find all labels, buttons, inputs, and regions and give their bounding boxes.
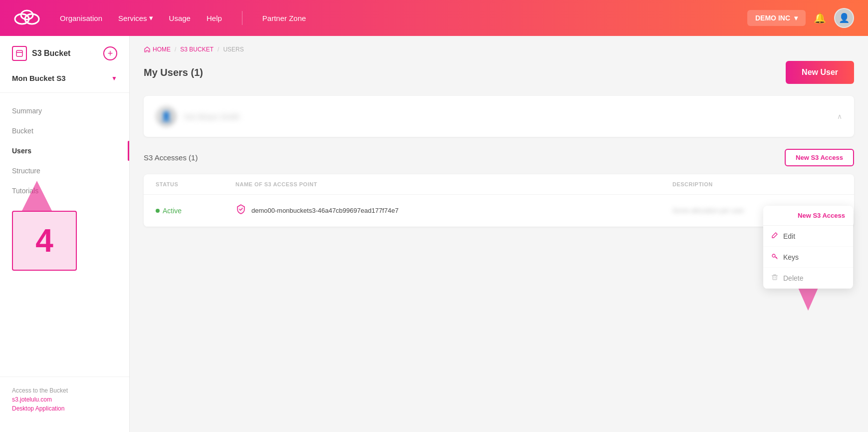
trash-icon	[771, 274, 778, 282]
key-icon	[771, 253, 778, 261]
bucket-name: Mon Bucket S3	[12, 74, 66, 82]
user-card[interactable]: 👤 Von Braun Smith ∧	[144, 96, 854, 137]
tutorial-annotation-4: 4	[12, 211, 117, 271]
breadcrumb-current: USERS	[223, 46, 243, 53]
sidebar-item-tutorials[interactable]: Tutorials	[0, 181, 129, 201]
org-dropdown-icon: ▾	[794, 14, 798, 22]
topnav-right: DEMO INC ▾ 🔔 👤	[747, 8, 854, 28]
bucket-shield-icon	[235, 204, 246, 217]
access-name: demo00-monbuckets3-46a47cb99697ead177f74…	[251, 207, 399, 214]
s3-section-title: S3 Accesses (1)	[144, 153, 198, 162]
svg-rect-6	[773, 276, 777, 280]
breadcrumb-sep-2: /	[217, 46, 219, 53]
sidebar-service-header: S3 Bucket +	[0, 46, 129, 69]
annotation-number-4: 4	[35, 222, 53, 259]
nav-divider	[242, 11, 242, 25]
sidebar-footer: Access to the Bucket s3.jotelulu.com Des…	[0, 377, 129, 422]
new-user-button[interactable]: New User	[786, 61, 854, 84]
sidebar-item-structure[interactable]: Structure	[0, 161, 129, 181]
sidebar-item-users[interactable]: Users	[0, 141, 129, 161]
sidebar: S3 Bucket + Mon Bucket S3 ▼ Summary Buck…	[0, 36, 130, 432]
keys-label: Keys	[783, 253, 799, 261]
layout: S3 Bucket + Mon Bucket S3 ▼ Summary Buck…	[0, 36, 868, 432]
bell-button[interactable]: 🔔	[814, 12, 826, 24]
context-menu-keys[interactable]: Keys	[763, 247, 853, 268]
table-header: STATUS NAME OF S3 ACCESS POINT DESCRIPTI…	[144, 174, 854, 195]
nav-links: Organisation Services ▾ Usage Help Partn…	[60, 11, 747, 25]
avatar[interactable]: 👤	[834, 8, 854, 28]
annotation-box-4: 4	[12, 211, 77, 271]
breadcrumb: HOME / S3 BUCKET / USERS	[144, 46, 854, 53]
delete-label: Delete	[783, 274, 803, 282]
edit-icon	[771, 232, 778, 240]
user-card-chevron-icon: ∧	[837, 112, 842, 120]
org-selector[interactable]: DEMO INC ▾	[747, 10, 806, 26]
footer-link-s3[interactable]: s3.jotelulu.com	[12, 396, 117, 403]
context-menu-wrapper: 5 New S3 Access Edit	[768, 226, 848, 286]
page-title: My Users (1)	[144, 67, 203, 78]
breadcrumb-sep-1: /	[175, 46, 176, 53]
status-label: Active	[163, 207, 182, 215]
sidebar-item-summary[interactable]: Summary	[0, 101, 129, 121]
bucket-chevron-icon: ▼	[111, 75, 117, 82]
s3-header: S3 Accesses (1) New S3 Access	[144, 149, 854, 166]
nav-partner-zone[interactable]: Partner Zone	[262, 14, 306, 22]
arrow-up-icon	[22, 181, 52, 211]
user-name: Von Braun Smith	[184, 112, 240, 121]
access-name-cell: demo00-monbuckets3-46a47cb99697ead177f74…	[235, 204, 672, 217]
sidebar-nav: Summary Bucket Users Structure Tutorials	[0, 101, 129, 201]
s3-table: STATUS NAME OF S3 ACCESS POINT DESCRIPTI…	[144, 174, 854, 227]
header-actions	[802, 181, 842, 187]
status-cell: Active	[156, 207, 235, 215]
arrow-down-icon	[797, 286, 819, 311]
service-name: S3 Bucket	[32, 49, 70, 58]
breadcrumb-s3bucket[interactable]: S3 BUCKET	[180, 46, 214, 53]
breadcrumb-home-link[interactable]: HOME	[153, 46, 171, 53]
s3-section: S3 Accesses (1) New S3 Access STATUS NAM…	[144, 149, 854, 227]
footer-label: Access to the Bucket	[12, 387, 68, 394]
svg-rect-3	[16, 50, 22, 56]
context-menu-edit[interactable]: Edit	[763, 226, 853, 247]
sidebar-service-title: S3 Bucket	[12, 46, 70, 61]
org-name: DEMO INC	[755, 14, 790, 22]
add-service-button[interactable]: +	[103, 46, 117, 60]
user-avatar: 👤	[156, 106, 177, 127]
header-name: NAME OF S3 ACCESS POINT	[235, 181, 672, 187]
footer-link-desktop[interactable]: Desktop Application	[12, 405, 117, 412]
sidebar-item-bucket[interactable]: Bucket	[0, 121, 129, 141]
status-dot-icon	[156, 209, 160, 213]
logo[interactable]	[14, 8, 40, 28]
nav-services[interactable]: Services ▾	[118, 13, 153, 22]
context-menu-delete[interactable]: Delete	[763, 268, 853, 289]
topnav: Organisation Services ▾ Usage Help Partn…	[0, 0, 868, 36]
bucket-selector[interactable]: Mon Bucket S3 ▼	[0, 69, 129, 92]
nav-organisation[interactable]: Organisation	[60, 14, 102, 22]
table-row: Active demo00-monbuckets3-46a47cb99697ea…	[144, 195, 854, 227]
user-card-left: 👤 Von Braun Smith	[156, 106, 240, 127]
header-status: STATUS	[156, 181, 235, 187]
context-menu: New S3 Access Edit	[763, 206, 853, 289]
nav-usage[interactable]: Usage	[169, 14, 191, 22]
main-content: HOME / S3 BUCKET / USERS My Users (1) Ne…	[130, 36, 868, 432]
services-dropdown-icon: ▾	[149, 13, 153, 22]
context-menu-header: New S3 Access	[763, 206, 853, 226]
nav-help[interactable]: Help	[207, 14, 222, 22]
s3-service-icon	[12, 46, 27, 61]
breadcrumb-home[interactable]: HOME	[144, 46, 171, 53]
header-description: DESCRIPTION	[672, 181, 802, 187]
sidebar-divider	[0, 92, 129, 93]
edit-label: Edit	[783, 232, 795, 240]
new-s3-access-button[interactable]: New S3 Access	[785, 149, 854, 166]
page-header: My Users (1) New User	[144, 61, 854, 84]
